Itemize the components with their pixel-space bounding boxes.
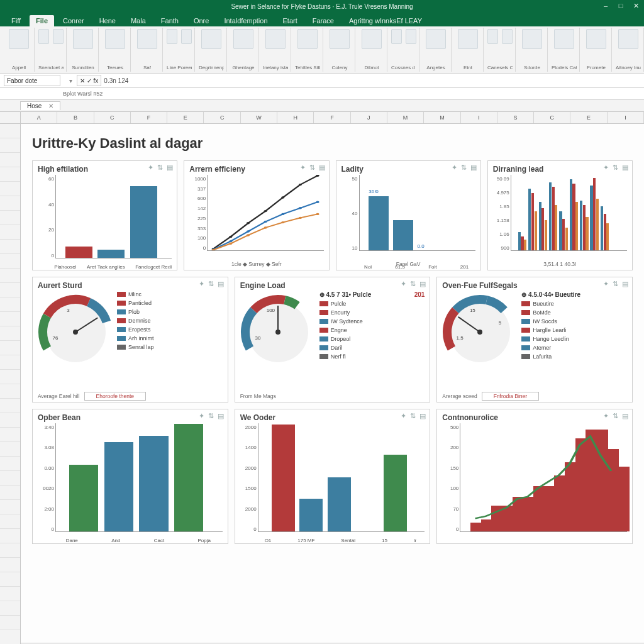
menu-item[interactable]: Hene bbox=[93, 15, 122, 26]
chart-card-c10[interactable]: Contnonurolice✦⇅▤500200150100700 bbox=[436, 409, 633, 544]
pin-icon[interactable]: ✦ bbox=[148, 164, 153, 172]
ribbon-button[interactable] bbox=[38, 29, 49, 44]
more-icon[interactable]: ▤ bbox=[622, 280, 628, 288]
row-header[interactable] bbox=[0, 269, 20, 283]
footer-input[interactable]: Ehoroofe thente bbox=[84, 392, 147, 401]
column-header[interactable]: I bbox=[608, 112, 644, 123]
column-header[interactable]: C bbox=[204, 112, 240, 123]
more-icon[interactable]: ▤ bbox=[419, 280, 426, 288]
row-header[interactable] bbox=[0, 428, 20, 442]
row-header[interactable] bbox=[0, 138, 20, 153]
row-header[interactable] bbox=[0, 254, 20, 269]
ribbon-button[interactable] bbox=[522, 29, 542, 49]
ribbon-button[interactable] bbox=[406, 29, 416, 44]
ribbon-button[interactable] bbox=[181, 29, 192, 44]
more-icon[interactable]: ▤ bbox=[419, 412, 426, 420]
column-header[interactable]: E bbox=[570, 112, 607, 123]
column-header[interactable]: S bbox=[497, 112, 534, 123]
row-header[interactable] bbox=[0, 196, 20, 211]
column-header[interactable]: C bbox=[534, 112, 570, 123]
ribbon-button[interactable] bbox=[297, 29, 318, 49]
ribbon-button[interactable] bbox=[9, 29, 29, 49]
name-box[interactable]: Fabor dote bbox=[4, 75, 60, 86]
more-icon[interactable]: ▤ bbox=[167, 164, 173, 172]
row-header[interactable] bbox=[0, 225, 20, 240]
column-header[interactable]: I bbox=[461, 112, 497, 123]
filter-icon[interactable]: ⇅ bbox=[410, 412, 416, 420]
row-header[interactable] bbox=[0, 601, 20, 616]
chart-card-c1[interactable]: High eftilation✦⇅▤6040200PlahooselAret T… bbox=[32, 160, 177, 270]
chart-card-c3[interactable]: Ladity✦⇅▤50401036!00.0Nol61.5Folt201Fare… bbox=[336, 160, 481, 270]
menu-item[interactable]: Agrittng wInnksEf LEAY bbox=[343, 15, 428, 26]
menu-item[interactable]: Farace bbox=[306, 15, 340, 26]
column-header[interactable]: E bbox=[167, 112, 204, 123]
menu-item[interactable]: File bbox=[30, 15, 54, 26]
chart-card-c2[interactable]: Arrern efficieny✦⇅▤100033760014222535310… bbox=[184, 160, 329, 270]
column-header[interactable]: F bbox=[314, 112, 350, 123]
row-header[interactable] bbox=[0, 326, 20, 341]
chart-card-c6[interactable]: Engine Load✦⇅▤30100⊕ 4.5 7 31• Pulcle201… bbox=[235, 277, 431, 402]
chart-card-c8[interactable]: Opber Bean✦⇅▤3:403.080.0000202:000DaneAn… bbox=[32, 409, 228, 544]
filter-icon[interactable]: ⇅ bbox=[613, 280, 618, 288]
footer-input[interactable]: Frifrodia Biner bbox=[482, 392, 539, 401]
more-icon[interactable]: ▤ bbox=[218, 412, 224, 420]
ribbon-button[interactable] bbox=[426, 29, 446, 49]
close-button[interactable]: ✕ bbox=[630, 1, 641, 10]
more-icon[interactable]: ▤ bbox=[470, 164, 477, 172]
row-header[interactable] bbox=[0, 543, 20, 558]
row-header[interactable] bbox=[0, 558, 20, 572]
filter-icon[interactable]: ⇅ bbox=[613, 412, 618, 420]
ribbon-button[interactable] bbox=[137, 29, 157, 49]
ribbon-button[interactable] bbox=[105, 29, 125, 49]
ribbon-button[interactable] bbox=[586, 29, 606, 49]
chart-card-c5[interactable]: Aurert Sturd✦⇅▤763MlincPanticledPlobDemn… bbox=[32, 277, 228, 402]
column-header[interactable]: H bbox=[277, 112, 314, 123]
row-header[interactable] bbox=[0, 182, 20, 196]
column-header[interactable]: C bbox=[94, 112, 131, 123]
formula-value[interactable]: 0.3n 124 bbox=[104, 77, 128, 84]
pin-icon[interactable]: ✦ bbox=[603, 280, 609, 288]
row-header[interactable] bbox=[0, 153, 20, 167]
formula-icons[interactable]: ✕ ✓ fx bbox=[77, 75, 101, 86]
row-header[interactable] bbox=[0, 630, 20, 644]
row-header[interactable] bbox=[0, 500, 20, 514]
pin-icon[interactable]: ✦ bbox=[199, 280, 204, 288]
minimize-button[interactable]: – bbox=[600, 1, 611, 10]
chart-card-c7[interactable]: Oven-Fue FulfSegals✦⇅▤1,5155⊕ 4.5.0·44• … bbox=[436, 277, 633, 402]
filter-icon[interactable]: ⇅ bbox=[208, 280, 214, 288]
row-header[interactable] bbox=[0, 211, 20, 225]
row-header[interactable] bbox=[0, 167, 20, 182]
column-header[interactable]: J bbox=[351, 112, 387, 123]
worksheet-tab[interactable]: Hose ✕ bbox=[20, 101, 60, 110]
row-header[interactable] bbox=[0, 124, 20, 138]
column-header[interactable]: A bbox=[21, 112, 57, 123]
pin-icon[interactable]: ✦ bbox=[603, 164, 609, 172]
ribbon-button[interactable] bbox=[618, 29, 638, 49]
column-header[interactable]: F bbox=[131, 112, 167, 123]
ribbon-button[interactable] bbox=[362, 29, 382, 49]
row-header[interactable] bbox=[0, 587, 20, 601]
ribbon-button[interactable] bbox=[330, 29, 350, 49]
row-header[interactable] bbox=[0, 471, 20, 486]
row-header[interactable] bbox=[0, 370, 20, 384]
ribbon-button[interactable] bbox=[458, 29, 478, 49]
ribbon-button[interactable] bbox=[53, 29, 64, 44]
row-header[interactable] bbox=[0, 514, 20, 529]
menu-item[interactable]: Fiff bbox=[5, 15, 27, 26]
menu-item[interactable]: Conrer bbox=[57, 15, 91, 26]
ribbon-button[interactable] bbox=[233, 29, 253, 49]
row-header[interactable] bbox=[0, 384, 20, 399]
menu-item[interactable]: Mala bbox=[125, 15, 152, 26]
column-header[interactable]: M bbox=[387, 112, 424, 123]
chart-card-c9[interactable]: We Ooder✦⇅▤200014002000150020000O1175 MF… bbox=[235, 409, 431, 544]
row-header[interactable] bbox=[0, 283, 20, 297]
column-header[interactable]: W bbox=[241, 112, 277, 123]
row-header[interactable] bbox=[0, 529, 20, 543]
ribbon-button[interactable] bbox=[201, 29, 221, 49]
more-icon[interactable]: ▤ bbox=[218, 280, 224, 288]
more-icon[interactable]: ▤ bbox=[622, 412, 628, 420]
ribbon-button[interactable] bbox=[73, 29, 93, 49]
pin-icon[interactable]: ✦ bbox=[603, 412, 609, 420]
maximize-button[interactable]: □ bbox=[615, 1, 626, 10]
pin-icon[interactable]: ✦ bbox=[401, 412, 406, 420]
